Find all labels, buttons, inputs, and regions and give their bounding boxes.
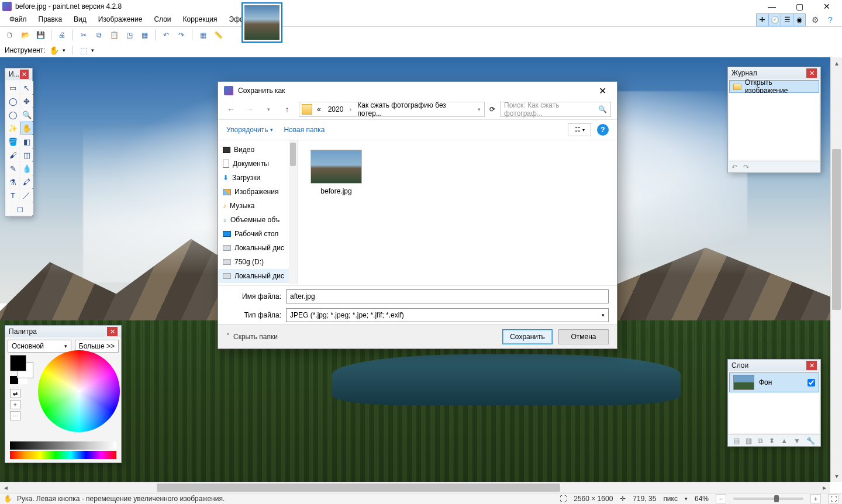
- menu-view[interactable]: Вид: [68, 13, 92, 26]
- tool-shapes-icon[interactable]: ◻: [6, 202, 33, 215]
- tree-item-music[interactable]: ♪Музыка: [218, 199, 297, 213]
- scroll-left-icon[interactable]: ◂: [0, 484, 12, 492]
- layer-visibility-checkbox[interactable]: [808, 379, 815, 386]
- layer-mode-dropdown-icon[interactable]: ▾: [91, 47, 94, 53]
- tool-picker-icon[interactable]: 💧: [20, 162, 33, 175]
- history-panel-header[interactable]: Журнал ✕: [728, 67, 820, 79]
- status-unit-dropdown-icon[interactable]: ▾: [685, 496, 688, 502]
- hide-folders-button[interactable]: ˄ Скрыть папки: [226, 333, 278, 341]
- tool-recolor-icon[interactable]: 🖍: [20, 175, 33, 188]
- layers-panel-header[interactable]: Слои ✕: [728, 360, 820, 371]
- filetype-select[interactable]: JPEG (*.jpg; *.jpeg; *.jpe; *.jfif; *.ex…: [286, 308, 609, 322]
- history-redo-icon[interactable]: ↷: [743, 163, 749, 171]
- save-file-icon[interactable]: 💾: [34, 29, 47, 42]
- color-mode-select[interactable]: Основной ▾: [8, 340, 71, 353]
- help-icon[interactable]: ?: [824, 14, 836, 26]
- breadcrumb-1[interactable]: 2020: [326, 105, 346, 113]
- file-list[interactable]: before.jpg: [298, 140, 617, 284]
- close-button[interactable]: ✕: [819, 2, 835, 11]
- layer-merge-icon[interactable]: ⬍: [769, 437, 775, 445]
- swap-colors-icon[interactable]: ⇄: [10, 389, 20, 398]
- settings-icon[interactable]: ⚙: [809, 14, 821, 26]
- scroll-down-icon[interactable]: ▾: [831, 470, 842, 482]
- grayscale-strip[interactable]: [10, 441, 116, 450]
- dialog-help-button[interactable]: ?: [597, 124, 609, 136]
- toggle-layers-icon[interactable]: ☰: [781, 13, 793, 26]
- tool-eraser-icon[interactable]: ◫: [20, 149, 33, 161]
- nav-up-icon[interactable]: ↑: [280, 102, 294, 116]
- tool-pencil-icon[interactable]: ✎: [6, 162, 19, 175]
- tree-item-video[interactable]: Видео: [218, 143, 297, 157]
- tree-item-documents[interactable]: Документы: [218, 157, 297, 171]
- tool-move-select-icon[interactable]: ↖: [20, 81, 33, 94]
- nav-recent-icon[interactable]: ▾: [261, 102, 275, 116]
- tools-panel-close-button[interactable]: ✕: [20, 70, 29, 79]
- toggle-colors-icon[interactable]: ◉: [793, 13, 806, 26]
- dialog-close-button[interactable]: ✕: [594, 85, 611, 96]
- scroll-right-icon[interactable]: ▸: [819, 484, 830, 492]
- nav-forward-icon[interactable]: →: [243, 102, 257, 116]
- print-icon[interactable]: 🖨: [56, 29, 68, 42]
- layer-delete-icon[interactable]: ▥: [746, 437, 752, 445]
- undo-icon[interactable]: ↶: [160, 29, 172, 42]
- palette-add-icon[interactable]: +: [10, 400, 20, 409]
- breadcrumb-2[interactable]: Как сжать фотографию без потер...: [355, 101, 474, 118]
- layer-down-icon[interactable]: ▼: [793, 437, 800, 445]
- tool-gradient-icon[interactable]: ◧: [20, 135, 33, 148]
- tree-item-desktop[interactable]: Рабочий стол: [218, 227, 297, 241]
- cut-icon[interactable]: ✂: [77, 29, 90, 42]
- new-file-icon[interactable]: 🗋: [4, 29, 16, 42]
- paste-icon[interactable]: 📋: [108, 29, 120, 42]
- open-file-icon[interactable]: 📂: [19, 29, 32, 42]
- layer-up-icon[interactable]: ▲: [781, 437, 788, 445]
- refresh-button[interactable]: ⟳: [489, 105, 495, 113]
- tool-wand-icon[interactable]: ✨: [6, 122, 19, 134]
- history-undo-icon[interactable]: ↶: [731, 163, 737, 171]
- zoom-in-button[interactable]: +: [810, 494, 821, 503]
- tool-brush-icon[interactable]: 🖌: [6, 149, 19, 161]
- maximize-button[interactable]: ▢: [791, 2, 808, 11]
- menu-edit[interactable]: Правка: [33, 13, 68, 26]
- zoom-out-button[interactable]: −: [716, 494, 726, 503]
- history-panel-close-button[interactable]: ✕: [806, 68, 817, 78]
- tree-item-localdisk-2[interactable]: Локальный дис: [218, 269, 297, 283]
- colors-panel-close-button[interactable]: ✕: [107, 327, 118, 336]
- palette-menu-icon[interactable]: ⋯: [10, 411, 20, 420]
- menu-file[interactable]: Файл: [4, 13, 33, 26]
- tool-lasso-icon[interactable]: ◯: [6, 95, 19, 108]
- tree-item-localdisk-c[interactable]: Локальный дис: [218, 241, 297, 255]
- menu-image[interactable]: Изображение: [92, 13, 149, 26]
- tools-panel-header[interactable]: И... ✕: [5, 68, 32, 80]
- colors-panel-header[interactable]: Палитра ✕: [5, 326, 121, 337]
- save-button[interactable]: Сохранить: [502, 329, 553, 344]
- toggle-tools-icon[interactable]: 🞢: [756, 13, 769, 26]
- search-box[interactable]: Поиск: Как сжать фотограф... 🔍: [500, 102, 611, 117]
- file-item[interactable]: before.jpg: [307, 150, 365, 195]
- view-mode-button[interactable]: ☷ ▾: [568, 123, 591, 136]
- new-folder-button[interactable]: Новая папка: [284, 126, 325, 134]
- color-wheel[interactable]: [38, 350, 120, 432]
- tree-scrollbar[interactable]: [289, 140, 297, 284]
- tree-item-downloads[interactable]: ⬇Загрузки: [218, 171, 297, 185]
- tree-item-3dobjects[interactable]: ⬨Объемные объ: [218, 213, 297, 227]
- vertical-scrollbar[interactable]: ▴ ▾: [830, 57, 842, 482]
- history-item[interactable]: Открыть изображение: [729, 80, 819, 93]
- horizontal-scrollbar[interactable]: ◂ ▸: [0, 482, 830, 493]
- tool-fill-icon[interactable]: 🪣: [6, 135, 19, 148]
- tool-zoom-icon[interactable]: 🔍: [20, 108, 33, 121]
- tool-ellipse-select-icon[interactable]: ◯: [6, 108, 19, 121]
- address-dropdown-icon[interactable]: ▾: [477, 106, 482, 112]
- current-tool-hand-icon[interactable]: ✋: [49, 46, 59, 55]
- toggle-history-icon[interactable]: 🕘: [768, 13, 781, 26]
- cancel-button[interactable]: Отмена: [558, 329, 609, 344]
- primary-color-swatch[interactable]: [10, 355, 26, 371]
- chevron-right-icon[interactable]: ›: [348, 105, 353, 113]
- document-tab-thumbnail[interactable]: [241, 2, 282, 43]
- vscroll-thumb[interactable]: [832, 149, 841, 309]
- crop-icon[interactable]: ◳: [123, 29, 136, 42]
- menu-layers[interactable]: Слои: [148, 13, 177, 26]
- layer-mode-icon[interactable]: ⬚: [80, 46, 88, 55]
- zoom-slider[interactable]: [733, 498, 803, 500]
- tree-item-drive-d[interactable]: 750g (D:): [218, 255, 297, 269]
- layer-duplicate-icon[interactable]: ⧉: [758, 437, 763, 445]
